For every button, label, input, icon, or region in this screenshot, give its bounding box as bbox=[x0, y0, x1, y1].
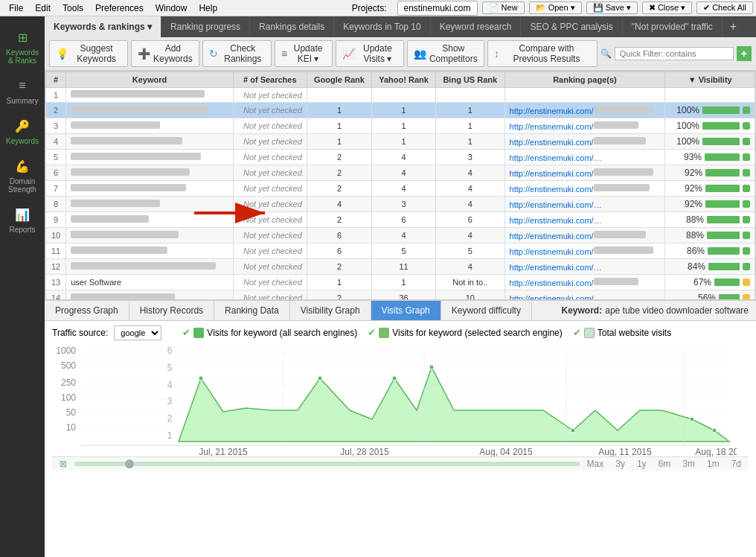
bottom-tab-visits-graph[interactable]: Visits Graph bbox=[371, 301, 441, 320]
filter-add-button[interactable]: + bbox=[737, 46, 752, 61]
show-competitors-button[interactable]: 👥 Show Competitors bbox=[407, 40, 485, 67]
cell-searches: Not yet checked bbox=[233, 88, 307, 103]
suggest-icon: 💡 bbox=[56, 48, 68, 60]
range-3m[interactable]: 3m bbox=[682, 459, 695, 469]
sidebar-item-summary[interactable]: ≡ Summary bbox=[0, 71, 45, 111]
cell-num: 2 bbox=[46, 103, 66, 118]
projects-label: Projects: bbox=[346, 1, 393, 15]
menu-window[interactable]: Window bbox=[150, 1, 193, 15]
bottom-tab-ranking-data[interactable]: Ranking Data bbox=[214, 301, 290, 320]
svg-text:Aug, 18 2015: Aug, 18 2015 bbox=[695, 447, 737, 456]
range-max[interactable]: Max bbox=[587, 459, 604, 469]
tab-seo-ppc[interactable]: SEO & PPC analysis bbox=[521, 16, 622, 37]
bottom-tab-visibility-graph[interactable]: Visibility Graph bbox=[290, 301, 371, 320]
menu-help[interactable]: Help bbox=[193, 1, 223, 15]
col-header-url: Ranking page(s) bbox=[504, 72, 665, 88]
legend-label-total: Total website visits bbox=[598, 328, 671, 338]
svg-point-27 bbox=[690, 417, 694, 421]
add-label: Add Keywords bbox=[153, 43, 193, 64]
close-button[interactable]: ✖ Close ▾ bbox=[642, 1, 692, 14]
cell-searches: Not yet checked bbox=[233, 212, 307, 228]
check-all-button[interactable]: ✔ Check All bbox=[696, 1, 753, 14]
chart-area: Traffic source: google bing yahoo ✔ Visi… bbox=[45, 321, 756, 558]
table-row[interactable]: 1 Not yet checked bbox=[46, 88, 755, 103]
tab-add-button[interactable]: + bbox=[723, 20, 744, 34]
cell-yahoo: 4 bbox=[372, 181, 436, 197]
cell-searches: Not yet checked bbox=[233, 150, 307, 165]
menu-preferences[interactable]: Preferences bbox=[89, 1, 150, 15]
new-button[interactable]: 📄 New bbox=[482, 1, 525, 14]
table-row[interactable]: 14 Not yet checked 2 36 10 http://enstin… bbox=[46, 290, 755, 300]
cell-yahoo: 1 bbox=[372, 275, 436, 290]
sidebar-label-reports: Reports bbox=[9, 226, 35, 234]
svg-text:6: 6 bbox=[167, 346, 173, 356]
table-row[interactable]: 2 Not yet checked 1 1 1 http://enstinemu… bbox=[46, 103, 755, 118]
add-keywords-button[interactable]: ➕ Add Keywords bbox=[131, 40, 199, 67]
col-header-google: Google Rank bbox=[307, 72, 371, 88]
range-1y[interactable]: 1y bbox=[637, 459, 647, 469]
update-visits-button[interactable]: 📈 Update Visits ▾ bbox=[336, 40, 403, 67]
filter-input[interactable] bbox=[615, 47, 734, 60]
tab-not-provided[interactable]: "Not provided" traffic bbox=[623, 16, 723, 37]
update-kei-button[interactable]: ≡ Update KEI ▾ bbox=[275, 40, 333, 67]
visits-icon: 📈 bbox=[342, 48, 355, 60]
check-rankings-button[interactable]: ↻ Check Rankings bbox=[202, 40, 272, 67]
cell-bing: 3 bbox=[436, 150, 505, 165]
sidebar-item-keywords[interactable]: 🔑 Keywords bbox=[0, 111, 45, 151]
sidebar-item-domain-strength[interactable]: 💪 DomainStrength bbox=[0, 151, 45, 200]
cell-searches: Not yet checked bbox=[233, 103, 307, 118]
tab-ranking-progress[interactable]: Ranking progress bbox=[161, 16, 250, 37]
col-header-num: # bbox=[46, 72, 66, 88]
svg-text:5: 5 bbox=[167, 363, 173, 373]
competitors-label: Show Competitors bbox=[429, 43, 478, 64]
keyword-label-text: Keyword: bbox=[562, 305, 603, 316]
table-row[interactable]: 11 Not yet checked 6 5 5 http://enstinem… bbox=[46, 244, 755, 259]
cell-google: 1 bbox=[307, 134, 371, 150]
cell-keyword bbox=[66, 150, 233, 165]
range-3y[interactable]: 3y bbox=[615, 459, 625, 469]
table-row[interactable]: 10 Not yet checked 6 4 4 http://enstinem… bbox=[46, 228, 755, 244]
open-button[interactable]: 📂 Open ▾ bbox=[529, 1, 582, 14]
tab-keywords-rankings[interactable]: Keywords & rankings ▾ bbox=[45, 16, 161, 37]
cell-searches: Not yet checked bbox=[233, 181, 307, 197]
table-row[interactable]: 5 Not yet checked 2 4 3 http://enstinemu… bbox=[46, 150, 755, 165]
menu-file[interactable]: File bbox=[3, 1, 29, 15]
cell-visibility: 86% bbox=[665, 244, 755, 259]
cell-num: 4 bbox=[46, 134, 66, 150]
sidebar-item-keywords-ranks[interactable]: ⊞ Keywords& Ranks bbox=[0, 22, 45, 71]
table-row[interactable]: 9 Not yet checked 2 6 6 http://enstinemu… bbox=[46, 212, 755, 228]
keywords-icon: 🔑 bbox=[13, 117, 31, 135]
traffic-source-select[interactable]: google bing yahoo bbox=[114, 325, 161, 340]
svg-text:Jul, 21 2015: Jul, 21 2015 bbox=[199, 447, 248, 456]
save-button[interactable]: 💾 Save ▾ bbox=[586, 1, 638, 14]
table-row[interactable]: 6 Not yet checked 2 4 4 http://enstinemu… bbox=[46, 165, 755, 181]
projects-area: Projects: enstinemuki.com 📄 New 📂 Open ▾… bbox=[346, 1, 753, 16]
compare-previous-button[interactable]: ↕ Compare with Previous Results bbox=[487, 40, 598, 67]
cell-google: 2 bbox=[307, 150, 371, 165]
bottom-tab-progress-graph[interactable]: Progress Graph bbox=[45, 301, 129, 320]
menu-tools[interactable]: Tools bbox=[57, 1, 89, 15]
tab-rankings-details[interactable]: Rankings details bbox=[250, 16, 334, 37]
range-slider[interactable] bbox=[74, 462, 580, 466]
table-row[interactable]: 13 user Software Not yet checked 1 1 Not… bbox=[46, 275, 755, 290]
menu-edit[interactable]: Edit bbox=[29, 1, 57, 15]
cell-bing: 1 bbox=[436, 103, 505, 118]
bottom-tab-keyword-difficulty[interactable]: Keyword difficulty bbox=[441, 301, 532, 320]
svg-text:Jul, 28 2015: Jul, 28 2015 bbox=[340, 447, 389, 456]
main-container: ⊞ Keywords& Ranks ≡ Summary 🔑 Keywords 💪… bbox=[0, 16, 756, 557]
tab-keywords-top10[interactable]: Keywords in Top 10 bbox=[334, 16, 431, 37]
bottom-tab-history-records[interactable]: History Records bbox=[129, 301, 214, 320]
table-row[interactable]: 12 Not yet checked 2 11 4 http://enstine… bbox=[46, 259, 755, 275]
table-row[interactable]: 3 Not yet checked 1 1 1 http://enstinemu… bbox=[46, 118, 755, 134]
range-1m[interactable]: 1m bbox=[707, 459, 720, 469]
tab-keyword-research[interactable]: Keyword research bbox=[431, 16, 522, 37]
cell-yahoo: 36 bbox=[372, 290, 436, 300]
table-row[interactable]: 4 Not yet checked 1 1 1 http://enstinemu… bbox=[46, 134, 755, 150]
table-row[interactable]: 7 Not yet checked 2 4 4 http://enstinemu… bbox=[46, 181, 755, 197]
table-row[interactable]: 8 Not yet checked 4 3 4 http://enstinemu… bbox=[46, 197, 755, 212]
cell-searches: Not yet checked bbox=[233, 134, 307, 150]
range-7d[interactable]: 7d bbox=[731, 459, 741, 469]
suggest-keywords-button[interactable]: 💡 Suggest Keywords bbox=[49, 40, 128, 67]
range-6m[interactable]: 6m bbox=[659, 459, 671, 469]
sidebar-item-reports[interactable]: 📊 Reports bbox=[0, 200, 45, 240]
